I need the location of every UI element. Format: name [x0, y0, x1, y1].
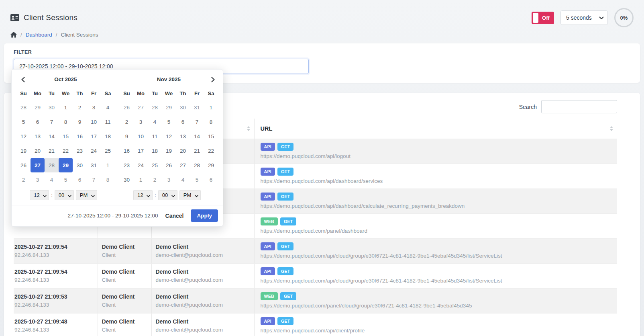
home-icon[interactable] — [10, 32, 17, 38]
calendar-day[interactable]: 24 — [134, 158, 148, 172]
end-hour-select[interactable]: 12 — [133, 190, 153, 200]
calendar-day[interactable]: 20 — [31, 143, 45, 158]
calendar-day[interactable]: 4 — [148, 115, 162, 129]
calendar-day[interactable]: 5 — [16, 115, 31, 129]
calendar-day[interactable]: 15 — [59, 129, 73, 143]
auto-refresh-toggle[interactable]: Off — [532, 12, 554, 24]
calendar-day[interactable]: 2 — [148, 172, 162, 187]
apply-button[interactable]: Apply — [191, 209, 218, 222]
calendar-day[interactable]: 1 — [101, 158, 115, 172]
calendar-day[interactable]: 14 — [45, 129, 59, 143]
calendar-day[interactable]: 1 — [204, 100, 218, 115]
end-minute-select[interactable]: 00 — [158, 190, 177, 200]
refresh-interval-select[interactable]: 5 seconds — [560, 10, 608, 25]
calendar-day[interactable]: 9 — [120, 129, 134, 143]
calendar-day[interactable]: 13 — [176, 129, 190, 143]
calendar-day[interactable]: 18 — [148, 143, 162, 158]
calendar-day[interactable]: 17 — [134, 143, 148, 158]
calendar-day[interactable]: 17 — [87, 129, 101, 143]
calendar-day[interactable]: 23 — [73, 143, 87, 158]
calendar-day[interactable]: 19 — [162, 143, 176, 158]
next-month-button[interactable] — [209, 75, 217, 85]
calendar-day[interactable]: 26 — [16, 158, 31, 172]
calendar-day[interactable]: 18 — [101, 129, 115, 143]
calendar-day[interactable]: 1 — [134, 172, 148, 187]
calendar-day[interactable]: 15 — [204, 129, 218, 143]
calendar-day[interactable]: 29 — [162, 100, 176, 115]
calendar-day[interactable]: 27 — [176, 158, 190, 172]
calendar-day[interactable]: 5 — [162, 115, 176, 129]
calendar-day[interactable]: 27 — [31, 158, 45, 172]
calendar-day[interactable]: 7 — [87, 172, 101, 187]
calendar-day[interactable]: 31 — [87, 158, 101, 172]
calendar-day[interactable]: 26 — [162, 158, 176, 172]
calendar-day[interactable]: 8 — [101, 172, 115, 187]
calendar-day[interactable]: 10 — [87, 115, 101, 129]
calendar-day[interactable]: 4 — [45, 172, 59, 187]
sort-icon[interactable] — [247, 126, 250, 131]
calendar-day[interactable]: 30 — [176, 100, 190, 115]
calendar-day[interactable]: 12 — [16, 129, 31, 143]
calendar-day[interactable]: 6 — [204, 172, 218, 187]
calendar-day[interactable]: 14 — [190, 129, 204, 143]
start-ampm-select[interactable]: PM — [76, 190, 97, 200]
calendar-day[interactable]: 9 — [73, 115, 87, 129]
calendar-day[interactable]: 28 — [148, 100, 162, 115]
calendar-day[interactable]: 30 — [120, 172, 134, 187]
calendar-day[interactable]: 6 — [31, 115, 45, 129]
calendar-day[interactable]: 25 — [101, 143, 115, 158]
calendar-day[interactable]: 11 — [101, 115, 115, 129]
calendar-day[interactable]: 3 — [87, 100, 101, 115]
calendar-day[interactable]: 31 — [190, 100, 204, 115]
calendar-day[interactable]: 12 — [162, 129, 176, 143]
calendar-day[interactable]: 30 — [45, 100, 59, 115]
search-input[interactable] — [541, 100, 617, 113]
calendar-day[interactable]: 3 — [162, 172, 176, 187]
calendar-day[interactable]: 28 — [45, 158, 59, 172]
calendar-day[interactable]: 29 — [204, 158, 218, 172]
calendar-day[interactable]: 2 — [16, 172, 31, 187]
breadcrumb-link-dashboard[interactable]: Dashboard — [26, 32, 52, 38]
calendar-day[interactable]: 10 — [134, 129, 148, 143]
sort-icon[interactable] — [610, 126, 613, 131]
calendar-day[interactable]: 20 — [176, 143, 190, 158]
cancel-button[interactable]: Cancel — [165, 213, 184, 219]
calendar-day[interactable]: 7 — [190, 115, 204, 129]
calendar-day[interactable]: 21 — [45, 143, 59, 158]
calendar-day[interactable]: 4 — [101, 100, 115, 115]
calendar-day[interactable]: 21 — [190, 143, 204, 158]
calendar-day[interactable]: 19 — [16, 143, 31, 158]
calendar-day[interactable]: 2 — [73, 100, 87, 115]
calendar-day[interactable]: 8 — [204, 115, 218, 129]
calendar-day[interactable]: 29 — [59, 158, 73, 172]
prev-month-button[interactable] — [19, 75, 27, 85]
calendar-day[interactable]: 11 — [148, 129, 162, 143]
calendar-day[interactable]: 29 — [31, 100, 45, 115]
calendar-day[interactable]: 26 — [120, 100, 134, 115]
calendar-day[interactable]: 23 — [120, 158, 134, 172]
calendar-day[interactable]: 8 — [59, 115, 73, 129]
calendar-day[interactable]: 4 — [176, 172, 190, 187]
calendar-day[interactable]: 16 — [120, 143, 134, 158]
end-ampm-select[interactable]: PM — [179, 190, 201, 200]
start-hour-select[interactable]: 12 — [30, 190, 49, 200]
calendar-day[interactable]: 22 — [59, 143, 73, 158]
calendar-day[interactable]: 3 — [134, 115, 148, 129]
calendar-day[interactable]: 6 — [176, 115, 190, 129]
calendar-day[interactable]: 5 — [59, 172, 73, 187]
calendar-day[interactable]: 25 — [148, 158, 162, 172]
calendar-day[interactable]: 27 — [134, 100, 148, 115]
calendar-day[interactable]: 5 — [190, 172, 204, 187]
calendar-day[interactable]: 28 — [190, 158, 204, 172]
calendar-day[interactable]: 30 — [73, 158, 87, 172]
calendar-day[interactable]: 2 — [120, 115, 134, 129]
calendar-day[interactable]: 24 — [87, 143, 101, 158]
calendar-day[interactable]: 13 — [31, 129, 45, 143]
start-minute-select[interactable]: 00 — [55, 190, 74, 200]
calendar-day[interactable]: 3 — [31, 172, 45, 187]
calendar-day[interactable]: 6 — [73, 172, 87, 187]
calendar-day[interactable]: 28 — [16, 100, 31, 115]
calendar-day[interactable]: 1 — [59, 100, 73, 115]
calendar-day[interactable]: 16 — [73, 129, 87, 143]
calendar-day[interactable]: 22 — [204, 143, 218, 158]
